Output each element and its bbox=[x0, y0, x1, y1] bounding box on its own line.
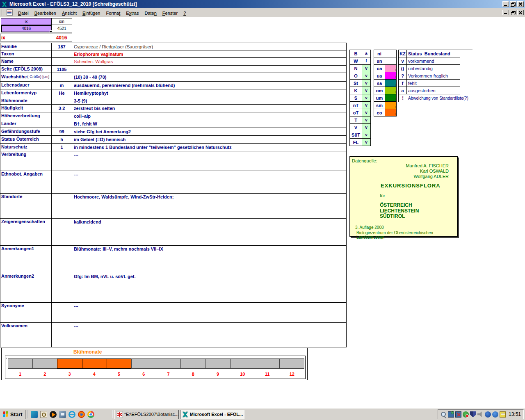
menu-item-help[interactable]: ? bbox=[180, 10, 189, 16]
field-value-cell[interactable]: (10) 30 - 40 (70) bbox=[72, 73, 346, 81]
bundesland-code[interactable]: nT bbox=[350, 102, 362, 109]
bundesland-status[interactable]: v bbox=[362, 139, 371, 146]
field-value-cell[interactable] bbox=[72, 66, 346, 73]
field-label[interactable]: Naturschutz bbox=[0, 144, 52, 151]
field-value-cell[interactable]: 3-5 (9) bbox=[72, 97, 346, 104]
field-code-cell[interactable] bbox=[52, 273, 72, 302]
volume-icon[interactable] bbox=[477, 411, 484, 418]
shield-icon[interactable] bbox=[470, 411, 476, 418]
language-icon[interactable] bbox=[492, 411, 498, 418]
bundesland-code[interactable]: W bbox=[350, 57, 362, 65]
field-value-cell[interactable]: in mindestens 1 Bundesland unter "teilwe… bbox=[72, 144, 346, 151]
altitude-color-swatch[interactable] bbox=[385, 57, 397, 65]
field-value-cell[interactable]: Hochmoore, Waldsümpfe, Wind-ZwStr-Heiden… bbox=[72, 194, 346, 218]
ie-icon[interactable] bbox=[68, 411, 75, 418]
altitude-color-swatch[interactable] bbox=[385, 94, 397, 102]
workbook-icon[interactable] bbox=[7, 9, 13, 16]
bundesland-code[interactable]: FL bbox=[350, 139, 362, 146]
field-label[interactable]: Häufigkeit bbox=[0, 105, 52, 112]
bundesland-status[interactable]: a bbox=[362, 50, 371, 57]
field-value-cell[interactable]: Eriophorum vaginatum bbox=[72, 50, 346, 57]
close-button-icon[interactable] bbox=[517, 1, 524, 7]
bundesland-status[interactable]: v bbox=[362, 94, 371, 102]
field-label[interactable]: Lebenformentyp bbox=[0, 89, 52, 97]
clock[interactable]: 13:51 bbox=[509, 411, 521, 417]
start-button[interactable]: Start bbox=[1, 410, 25, 419]
field-code-cell[interactable]: He bbox=[52, 89, 72, 97]
bundesland-status[interactable]: v bbox=[362, 116, 371, 124]
field-code-cell[interactable] bbox=[52, 194, 72, 218]
field-label[interactable]: Status Österreich bbox=[0, 136, 52, 143]
bundesland-status[interactable]: v bbox=[362, 65, 371, 72]
bundesland-status[interactable]: v bbox=[362, 72, 371, 80]
field-code-cell[interactable]: 187 bbox=[52, 43, 72, 50]
bundesland-status[interactable]: v bbox=[362, 131, 371, 139]
altitude-color-swatch[interactable] bbox=[385, 102, 397, 109]
field-label[interactable]: Name bbox=[0, 58, 52, 65]
field-code-cell[interactable] bbox=[52, 219, 72, 245]
taskbar-button-excel[interactable]: Microsoft Excel - EFÖL... bbox=[180, 410, 244, 419]
bundesland-code[interactable]: St bbox=[350, 80, 362, 87]
field-value-cell[interactable]: Gfg: Im BM, nVL u. söVL gef. bbox=[72, 273, 346, 302]
bundesland-code[interactable]: SüT bbox=[350, 131, 362, 139]
altitude-color-swatch[interactable] bbox=[385, 50, 397, 57]
workbook-close-icon[interactable] bbox=[517, 10, 524, 15]
bundesland-status[interactable]: v bbox=[362, 87, 371, 94]
ix-header-cell[interactable]: ix bbox=[1, 18, 52, 25]
ix-value[interactable]: 4016 bbox=[51, 34, 72, 41]
bundesland-code[interactable]: O bbox=[350, 72, 362, 80]
toolbar-grip[interactable] bbox=[3, 9, 4, 16]
bundesland-code[interactable]: S bbox=[350, 94, 362, 102]
field-value-cell[interactable]: ausdauernd, perennierend (mehrmals blühe… bbox=[72, 82, 346, 89]
field-code-cell[interactable] bbox=[52, 171, 72, 193]
workbook-minimize-icon[interactable] bbox=[502, 10, 509, 15]
field-value-cell[interactable]: Scheiden- Wollgras bbox=[72, 58, 346, 65]
field-value-cell[interactable]: Blühmonate: III–V, mchm nochmals VII–IX bbox=[72, 246, 346, 273]
field-code-cell[interactable] bbox=[52, 246, 72, 273]
info-icon[interactable] bbox=[485, 411, 491, 418]
firefox-icon[interactable] bbox=[78, 411, 85, 418]
field-value-cell[interactable]: --- bbox=[72, 303, 346, 322]
viewer-icon[interactable] bbox=[40, 411, 47, 418]
field-value-cell[interactable]: siehe Gfg bei Anmerkung2 bbox=[72, 128, 346, 135]
toolbar-grip[interactable] bbox=[1, 9, 2, 16]
field-label[interactable]: Taxon bbox=[0, 50, 52, 57]
field-code-cell[interactable] bbox=[52, 112, 72, 120]
field-label[interactable]: Seite (EFÖLS 2008) bbox=[0, 66, 52, 73]
field-code-cell[interactable]: 3-2 bbox=[52, 105, 72, 112]
menu-item-datei[interactable]: Datei bbox=[15, 10, 32, 16]
restore-button-icon[interactable] bbox=[510, 1, 516, 7]
field-value-cell[interactable]: Cyperaceae / Riedgräser (Sauergräser) bbox=[72, 43, 346, 50]
bundesland-code[interactable]: T bbox=[350, 116, 362, 124]
field-value-cell[interactable]: im Gebiet (=Ö) heimisch bbox=[72, 136, 346, 143]
altitude-code[interactable]: ni bbox=[374, 50, 385, 57]
bundesland-code[interactable]: oT bbox=[350, 109, 362, 116]
altitude-code[interactable]: sn bbox=[374, 57, 385, 65]
field-code-cell[interactable]: h bbox=[52, 136, 72, 143]
minimize-button-icon[interactable] bbox=[502, 1, 509, 7]
field-value-cell[interactable]: kalkmeidend bbox=[72, 219, 346, 245]
menu-item-einfügen[interactable]: Einfügen bbox=[80, 10, 103, 16]
field-label[interactable]: Ethnobot. Angaben bbox=[0, 171, 52, 193]
field-code-cell[interactable] bbox=[52, 151, 72, 171]
field-code-cell[interactable]: 1105 bbox=[52, 66, 72, 73]
ixn-value-cell[interactable]: 4521 bbox=[52, 25, 72, 32]
field-label[interactable]: Lebensdauer bbox=[0, 82, 52, 89]
altitude-color-swatch[interactable] bbox=[385, 80, 397, 87]
bundesland-code[interactable]: K bbox=[350, 87, 362, 94]
title-bar[interactable]: Microsoft Excel - EFÖLS3_12_2010 [Schrei… bbox=[0, 0, 525, 8]
field-label[interactable]: Zeigereigenschaften bbox=[0, 219, 52, 245]
field-value-cell[interactable]: --- bbox=[72, 151, 346, 171]
field-label[interactable]: Anmerkungen2 bbox=[0, 273, 52, 302]
field-code-cell[interactable] bbox=[52, 323, 72, 347]
taskbar-button-editor[interactable]: *E:\EFÖLS2007\Botanisc... bbox=[114, 410, 179, 419]
mail-icon[interactable] bbox=[31, 411, 38, 418]
network-activity-icon[interactable] bbox=[448, 411, 454, 418]
field-code-cell[interactable]: 99 bbox=[52, 128, 72, 135]
field-code-cell[interactable] bbox=[52, 97, 72, 104]
field-code-cell[interactable] bbox=[52, 303, 72, 322]
field-label[interactable]: Wuchshöhe (-Größe) [cm] bbox=[0, 73, 52, 81]
field-label[interactable]: Volksnamen bbox=[0, 323, 52, 347]
bundesland-status[interactable]: f bbox=[362, 57, 371, 65]
altitude-code[interactable]: sa bbox=[374, 80, 385, 87]
